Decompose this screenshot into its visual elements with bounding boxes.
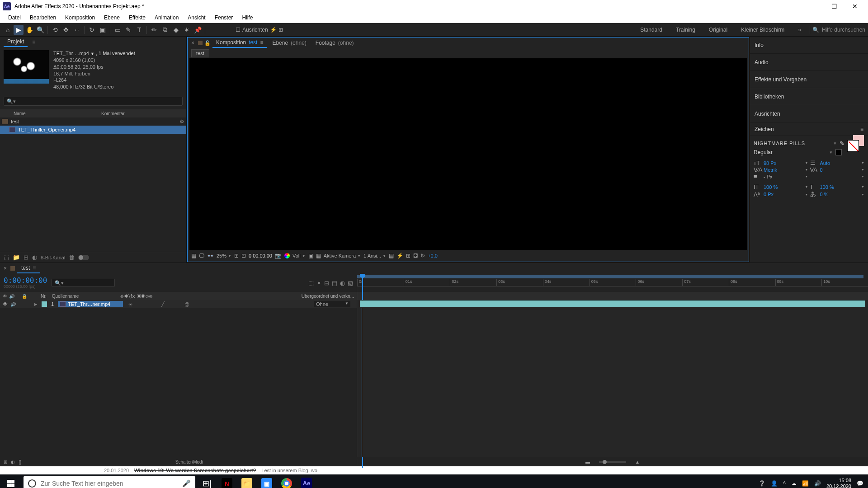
menu-datei[interactable]: Datei: [4, 13, 25, 22]
playhead[interactable]: [360, 274, 365, 286]
visibility-toggle-icon[interactable]: 👁: [2, 301, 8, 307]
alpha-icon[interactable]: ▦: [191, 253, 196, 259]
minimize-button[interactable]: —: [803, 0, 824, 13]
camera-dropdown[interactable]: Aktive Kamera▼: [324, 253, 361, 258]
selection-tool-icon[interactable]: ▶: [14, 25, 24, 35]
project-row-video[interactable]: TET_Thriller_Opener.mp4: [0, 126, 186, 134]
pen-tool-icon[interactable]: ✎: [123, 25, 133, 35]
rotate-tool-icon[interactable]: ↻: [87, 25, 97, 35]
tray-wifi-icon[interactable]: 📶: [802, 480, 809, 487]
frame-blend-icon[interactable]: ▤: [332, 280, 337, 286]
color-depth-button[interactable]: 8-Bit-Kanal: [41, 255, 65, 260]
mic-icon[interactable]: 🎤: [182, 479, 191, 488]
layer-name[interactable]: TET_Thr…ner.mp4: [58, 301, 123, 307]
exposure-value[interactable]: +0,0: [428, 253, 438, 258]
viewer-tab-footage[interactable]: Footage (ohne): [312, 38, 358, 47]
switch-quality-icon[interactable]: ╱: [161, 301, 165, 307]
fast-preview-icon[interactable]: ⚡: [396, 253, 403, 259]
mask-icon[interactable]: 👓: [207, 253, 214, 259]
lock-icon[interactable]: 🔓: [204, 40, 211, 46]
taskbar-app-zoom[interactable]: ▣: [257, 474, 277, 488]
motion-blur-icon[interactable]: ◐: [340, 280, 345, 286]
menu-ebene[interactable]: Ebene: [99, 13, 124, 22]
viewer-time[interactable]: 0:00:00:00: [249, 253, 272, 258]
comp-crumb[interactable]: test: [191, 49, 209, 57]
eyedropper-icon[interactable]: ✎: [840, 140, 844, 147]
taskbar-app-aftereffects[interactable]: Ae: [297, 474, 316, 488]
toggle-switches-icon[interactable]: ⊞: [4, 460, 7, 465]
panel-info[interactable]: Info: [750, 37, 868, 54]
interpret-icon[interactable]: ⬚: [4, 254, 9, 261]
tray-clock[interactable]: 15:08 20.12.2020: [826, 478, 851, 488]
menu-hilfe[interactable]: Hilfe: [237, 13, 257, 22]
chevron-down-icon[interactable]: ▼: [829, 150, 833, 155]
panel-menu-icon[interactable]: ≡: [860, 126, 863, 132]
workspace-overflow-icon[interactable]: »: [792, 27, 807, 33]
vscale-value[interactable]: 100 %: [764, 184, 778, 190]
workspace-original[interactable]: Original: [703, 27, 734, 33]
pan-tool-icon[interactable]: ✥: [61, 25, 71, 35]
baseline-value[interactable]: 0 Px: [764, 192, 774, 197]
home-tool-icon[interactable]: ⌂: [3, 25, 13, 35]
tray-volume-icon[interactable]: 🔊: [814, 480, 821, 487]
chevron-down-icon[interactable]: ▼: [833, 141, 837, 145]
new-comp-icon[interactable]: ⊞: [24, 254, 28, 261]
taskbar-app-netflix[interactable]: N: [217, 474, 237, 488]
project-search-input[interactable]: 🔍▾: [4, 97, 183, 106]
resolution-dropdown[interactable]: Voll▼: [292, 253, 306, 258]
comp-mini-flowchart-icon[interactable]: ⬚: [308, 280, 314, 286]
flowchart-icon[interactable]: ⚙: [179, 118, 184, 125]
layer-color-chip[interactable]: [42, 301, 47, 307]
menu-komposition[interactable]: Komposition: [61, 13, 99, 22]
grid-select-icon[interactable]: ⊞: [234, 253, 239, 259]
shape-tool-icon[interactable]: ▭: [113, 25, 123, 35]
parent-dropdown[interactable]: Ohne▼: [314, 301, 350, 307]
text-tool-icon[interactable]: T: [134, 25, 144, 35]
col-comment[interactable]: Kommentar: [101, 111, 125, 116]
transparency-icon[interactable]: ▦: [316, 253, 321, 259]
tray-people-icon[interactable]: 👤: [771, 480, 778, 487]
viewer-tab-composition[interactable]: Komposition test ≡: [212, 38, 267, 48]
menu-animation[interactable]: Animation: [150, 13, 183, 22]
folder-icon[interactable]: 📁: [13, 254, 20, 261]
trash-icon[interactable]: 🗑: [69, 254, 75, 261]
time-ruler[interactable]: 0s 01s 02s 03s 04s 05s 06s 07s 08s 09s 1…: [357, 274, 868, 292]
start-button[interactable]: [0, 474, 22, 488]
timeline-zoom-slider[interactable]: [599, 461, 626, 463]
roto-tool-icon[interactable]: ✶: [182, 25, 192, 35]
tray-notifications-icon[interactable]: 💬: [857, 480, 863, 487]
draft3d-icon[interactable]: ✦: [316, 280, 321, 286]
menu-effekte[interactable]: Effekte: [124, 13, 150, 22]
monitor-icon[interactable]: 🖵: [199, 253, 204, 259]
switches-modes-toggle[interactable]: Schalter/Modi: [175, 460, 203, 465]
panel-align[interactable]: Ausrichten: [750, 105, 868, 122]
channel-icon[interactable]: [284, 253, 290, 258]
workspace-kleiner[interactable]: Kleiner Bildschirm: [735, 27, 791, 33]
tab-close-icon[interactable]: ×: [2, 265, 9, 272]
eraser-tool-icon[interactable]: ◆: [171, 25, 181, 35]
flowchart-icon[interactable]: ⚃: [413, 253, 418, 259]
color-swatch[interactable]: [847, 135, 864, 152]
audio-toggle-icon[interactable]: 🔊: [10, 302, 16, 307]
roi-icon[interactable]: ▣: [308, 253, 313, 259]
taskbar-search-input[interactable]: Zur Suche Text hier eingeben 🎤: [24, 476, 195, 488]
pixel-aspect-icon[interactable]: ▤: [389, 253, 394, 259]
tray-help-icon[interactable]: ❔: [759, 480, 765, 487]
graph-editor-icon[interactable]: ▧: [348, 280, 353, 286]
tracking-value[interactable]: 0: [820, 167, 823, 173]
puppet-tool-icon[interactable]: 📌: [193, 25, 203, 35]
panel-menu-icon[interactable]: ≡: [33, 265, 36, 271]
clone-tool-icon[interactable]: ⧉: [160, 25, 170, 35]
col-name[interactable]: Name: [2, 111, 101, 116]
current-timecode[interactable]: 0:00:00:00: [4, 277, 47, 284]
snap-icon[interactable]: ⚡: [270, 27, 277, 33]
project-row-comp[interactable]: test ⚙: [0, 117, 186, 126]
menu-fenster[interactable]: Fenster: [210, 13, 238, 22]
asset-dropdown-icon[interactable]: ▼: [90, 52, 94, 56]
tsume-value[interactable]: 0 %: [820, 192, 829, 197]
hscale-value[interactable]: 100 %: [820, 184, 834, 190]
hand-tool-icon[interactable]: ✋: [24, 25, 34, 35]
maximize-button[interactable]: ☐: [824, 0, 844, 13]
leading-value[interactable]: Auto: [820, 160, 830, 166]
parent-pickwhip-icon[interactable]: @: [184, 301, 189, 307]
